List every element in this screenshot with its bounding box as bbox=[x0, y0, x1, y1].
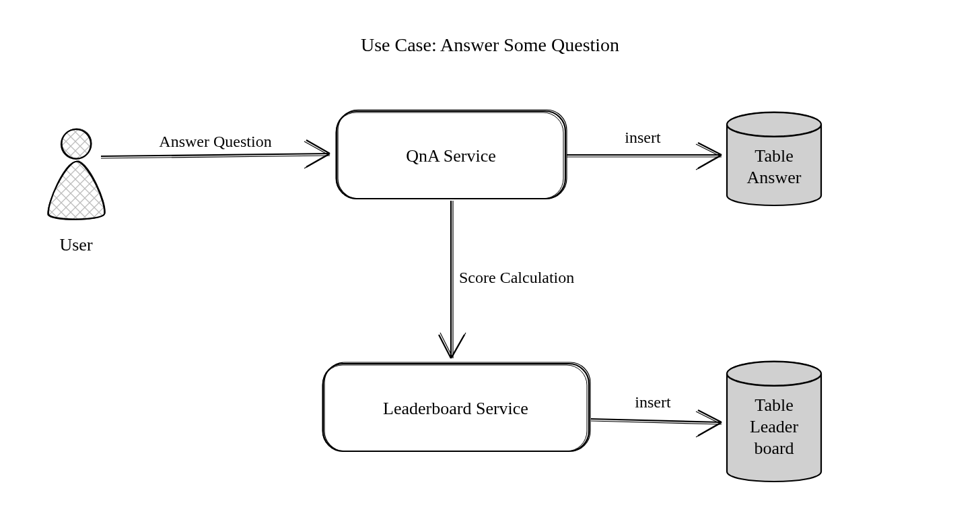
datastore-table-answer-line1: Table bbox=[755, 146, 793, 166]
datastore-table-leaderboard-line2: Leader bbox=[750, 417, 799, 436]
edge-qna-to-leaderboard-label: Score Calculation bbox=[459, 269, 574, 286]
actor-user: User bbox=[48, 129, 105, 255]
node-leaderboard-service: Leaderboard Service bbox=[322, 362, 590, 451]
edge-user-to-qna-label: Answer Question bbox=[159, 133, 271, 150]
svg-point-9 bbox=[727, 112, 821, 137]
edge-qna-to-answer: insert bbox=[567, 129, 722, 170]
datastore-table-leaderboard: Table Leader board bbox=[727, 361, 821, 482]
actor-user-label: User bbox=[59, 235, 92, 255]
node-qna-service-label: QnA Service bbox=[406, 146, 496, 166]
datastore-table-answer-line2: Answer bbox=[747, 168, 802, 187]
diagram-title: Use Case: Answer Some Question bbox=[361, 34, 619, 55]
edge-user-to-qna: Answer Question bbox=[101, 133, 330, 168]
node-leaderboard-service-label: Leaderboard Service bbox=[383, 399, 528, 418]
edge-qna-to-answer-label: insert bbox=[625, 129, 661, 146]
datastore-table-leaderboard-line3: board bbox=[754, 438, 794, 458]
edge-qna-to-leaderboard: Score Calculation bbox=[439, 201, 574, 358]
node-qna-service: QnA Service bbox=[336, 110, 567, 199]
datastore-table-answer: Table Answer bbox=[727, 112, 821, 205]
svg-point-11 bbox=[727, 362, 821, 386]
edge-leaderboard-to-table: insert bbox=[591, 393, 722, 437]
diagram-canvas: Use Case: Answer Some Question User QnA … bbox=[0, 0, 980, 528]
datastore-table-leaderboard-line1: Table bbox=[755, 395, 793, 415]
edge-leaderboard-to-table-label: insert bbox=[635, 393, 671, 411]
